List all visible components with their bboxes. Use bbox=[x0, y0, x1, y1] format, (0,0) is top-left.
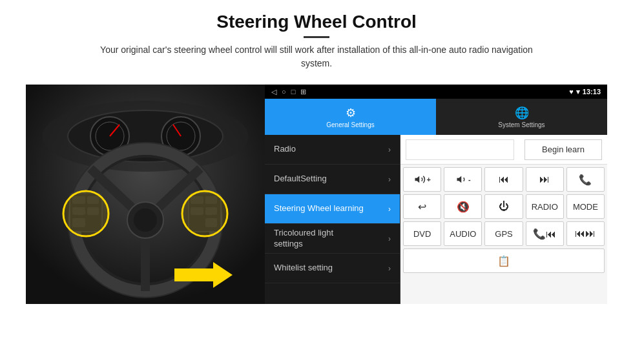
content-area: ◁ ○ □ ⊞ ♥ ▾ 13:13 ⚙ General Settings bbox=[26, 85, 607, 304]
tab-general[interactable]: ⚙ General Settings bbox=[265, 99, 436, 135]
menu-item-radio[interactable]: Radio › bbox=[265, 135, 400, 165]
begin-learn-button[interactable]: Begin learn bbox=[524, 139, 602, 160]
time-display: 13:13 bbox=[583, 88, 601, 96]
chevron-right-icon: › bbox=[388, 234, 391, 243]
system-settings-icon: 🌐 bbox=[515, 106, 529, 120]
phone-prev-button[interactable]: 📞⏮ bbox=[526, 221, 564, 246]
recent-icon[interactable]: □ bbox=[291, 88, 296, 96]
status-right: ♥ ▾ 13:13 bbox=[569, 88, 601, 96]
svg-marker-32 bbox=[415, 176, 420, 183]
title-section: Steering Wheel Control Your original car… bbox=[90, 12, 543, 79]
prev-track-button[interactable]: ⏮ bbox=[484, 167, 523, 192]
back-icon[interactable]: ◁ bbox=[271, 88, 276, 96]
controls-row-3: DVD AUDIO GPS 📞⏮ ⏮⏭ bbox=[403, 221, 605, 246]
controls-row-1: + - ⏮ ⏭ 📞 bbox=[403, 167, 605, 192]
right-panel: Begin learn bbox=[400, 135, 607, 304]
steering-wheel-image bbox=[26, 85, 265, 304]
subtitle: Your original car's steering wheel contr… bbox=[90, 43, 543, 70]
power-button[interactable]: ⏻ bbox=[484, 194, 523, 219]
tab-bar: ⚙ General Settings 🌐 System Settings bbox=[265, 99, 607, 135]
menu-item-default[interactable]: DefaultSetting › bbox=[265, 165, 400, 194]
radio-row: Begin learn bbox=[400, 135, 607, 165]
controls-row-4: 📋 bbox=[403, 248, 605, 273]
page-title: Steering Wheel Control bbox=[90, 12, 543, 32]
mute-button[interactable]: 🔇 bbox=[444, 194, 482, 219]
tab-system[interactable]: 🌐 System Settings bbox=[436, 99, 607, 135]
list-button[interactable]: 📋 bbox=[403, 248, 605, 273]
chevron-right-icon: › bbox=[388, 264, 391, 273]
android-ui: ◁ ○ □ ⊞ ♥ ▾ 13:13 ⚙ General Settings bbox=[265, 85, 607, 304]
general-settings-icon: ⚙ bbox=[346, 106, 356, 120]
status-bar: ◁ ○ □ ⊞ ♥ ▾ 13:13 bbox=[265, 85, 607, 99]
menu-icon[interactable]: ⊞ bbox=[300, 88, 306, 96]
controls-row-2: ↩ 🔇 ⏻ RADIO MODE bbox=[403, 194, 605, 219]
next-track-button[interactable]: ⏭ bbox=[526, 167, 564, 192]
gps-button[interactable]: GPS bbox=[484, 221, 523, 246]
chevron-right-icon: › bbox=[388, 175, 391, 184]
chevron-right-icon: › bbox=[388, 145, 391, 154]
menu-item-tricoloured[interactable]: Tricoloured lightsettings › bbox=[265, 224, 400, 254]
title-divider bbox=[304, 36, 329, 38]
skip-button[interactable]: ⏮⏭ bbox=[566, 221, 605, 246]
menu-item-steering[interactable]: Steering Wheel learning › bbox=[265, 194, 400, 224]
menu-radio-label: Radio bbox=[274, 144, 388, 155]
svg-point-16 bbox=[134, 208, 157, 232]
audio-button[interactable]: AUDIO bbox=[444, 221, 482, 246]
location-icon: ♥ bbox=[569, 88, 574, 96]
svg-point-30 bbox=[182, 191, 227, 236]
volume-down-button[interactable]: - bbox=[444, 167, 482, 192]
left-menu: Radio › DefaultSetting › Steering Wheel … bbox=[265, 135, 400, 304]
home-icon[interactable]: ○ bbox=[282, 88, 286, 96]
nav-icons: ◁ ○ □ ⊞ bbox=[271, 88, 306, 96]
main-content: Radio › DefaultSetting › Steering Wheel … bbox=[265, 135, 607, 304]
menu-whitelist-label: Whitelist setting bbox=[274, 263, 388, 274]
svg-point-29 bbox=[63, 191, 109, 236]
call-answer-button[interactable]: ↩ bbox=[403, 194, 441, 219]
phone-button[interactable]: 📞 bbox=[566, 167, 605, 192]
chevron-right-icon: › bbox=[388, 205, 391, 214]
dvd-button[interactable]: DVD bbox=[403, 221, 441, 246]
controls-grid: + - ⏮ ⏭ 📞 bbox=[400, 165, 607, 304]
menu-default-label: DefaultSetting bbox=[274, 174, 388, 185]
menu-steering-label: Steering Wheel learning bbox=[274, 203, 388, 214]
menu-tricoloured-label: Tricoloured lightsettings bbox=[274, 228, 388, 250]
menu-item-whitelist[interactable]: Whitelist setting › bbox=[265, 254, 400, 283]
tab-general-label: General Settings bbox=[326, 121, 375, 128]
signal-icon: ▾ bbox=[576, 88, 580, 96]
radio-button[interactable]: RADIO bbox=[526, 194, 564, 219]
volume-up-button[interactable]: + bbox=[403, 167, 441, 192]
page-container: Steering Wheel Control Your original car… bbox=[0, 0, 633, 364]
mode-button[interactable]: MODE bbox=[566, 194, 605, 219]
svg-marker-33 bbox=[457, 176, 461, 183]
tab-system-label: System Settings bbox=[498, 121, 545, 128]
radio-input-field bbox=[406, 139, 514, 160]
